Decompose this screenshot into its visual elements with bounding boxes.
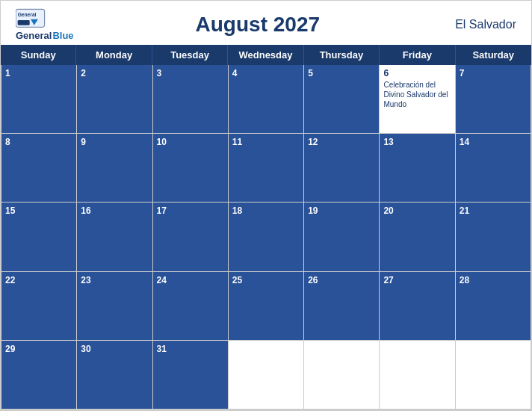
- calendar-cell: 21: [456, 203, 531, 271]
- brand-name-general: General: [16, 31, 52, 40]
- day-number: 27: [383, 275, 451, 285]
- calendar-cell: 19: [304, 203, 380, 271]
- svg-rect-3: [18, 20, 30, 25]
- calendar-cell: 25: [229, 272, 304, 341]
- calendar-cell: 24: [153, 272, 229, 341]
- calendar-cell: [229, 341, 304, 410]
- day-number: 3: [157, 68, 224, 78]
- calendar-cell: 7: [456, 65, 531, 134]
- day-number: 22: [5, 275, 72, 285]
- brand-name-blue: Blue: [52, 31, 73, 40]
- header-wednesday: Wednesday: [228, 45, 303, 65]
- day-number: 5: [308, 68, 375, 78]
- calendar-cell: [456, 341, 531, 410]
- day-number: 13: [383, 137, 451, 147]
- calendar-cell: 8: [1, 134, 77, 203]
- calendar-cell: 23: [77, 272, 152, 341]
- day-number: 24: [157, 275, 224, 285]
- calendar-cell: 30: [77, 341, 152, 410]
- calendar-cell: 2: [77, 65, 152, 134]
- day-number: 1: [5, 68, 72, 78]
- calendar-cell: 26: [304, 272, 380, 341]
- day-number: 7: [460, 68, 527, 78]
- calendar-cell: 5: [304, 65, 380, 134]
- calendar-cell: 18: [229, 203, 304, 271]
- day-number: 29: [5, 344, 72, 354]
- day-number: 2: [81, 68, 148, 78]
- day-number: 19: [308, 206, 375, 216]
- header-friday: Friday: [380, 45, 455, 65]
- day-number: 25: [232, 275, 300, 285]
- day-number: 30: [81, 344, 148, 354]
- day-number: 28: [460, 275, 527, 285]
- day-number: 23: [81, 275, 148, 285]
- day-number: 14: [460, 137, 527, 147]
- calendar-cell: 27: [380, 272, 455, 341]
- header-tuesday: Tuesday: [152, 45, 228, 65]
- calendar-cell: 9: [77, 134, 152, 203]
- calendar-cell: 13: [380, 134, 455, 203]
- day-number: 17: [157, 206, 224, 216]
- day-number: 12: [308, 137, 375, 147]
- calendar-cell: 16: [77, 203, 152, 271]
- calendar-header: General General Blue August 2027 El Salv…: [1, 1, 531, 45]
- calendar-cell: [304, 341, 380, 410]
- event-text: Celebración del Divino Salvador del Mund…: [383, 80, 451, 109]
- calendar-cell: 20: [380, 203, 455, 271]
- header-monday: Monday: [76, 45, 152, 65]
- calendar-cell: 4: [229, 65, 304, 134]
- calendar-cell: 28: [456, 272, 531, 341]
- day-number: 20: [383, 206, 451, 216]
- calendar-cell: 31: [153, 341, 229, 410]
- day-number: 16: [81, 206, 148, 216]
- day-number: 21: [460, 206, 527, 216]
- calendar-cell: 22: [1, 272, 77, 341]
- calendar-cell: [380, 341, 455, 410]
- day-number: 31: [157, 344, 224, 354]
- day-number: 11: [232, 137, 300, 147]
- calendar-cell: 17: [153, 203, 229, 271]
- day-number: 26: [308, 275, 375, 285]
- brand-logo: General General Blue: [16, 8, 74, 40]
- calendar-cell: 14: [456, 134, 531, 203]
- header-sunday: Sunday: [1, 45, 76, 65]
- calendar-cell: 29: [1, 341, 77, 410]
- calendar-cell: 11: [229, 134, 304, 203]
- brand-icon: General: [16, 8, 46, 29]
- header-thursday: Thursday: [304, 45, 380, 65]
- day-number: 9: [81, 137, 148, 147]
- calendar-cell: 10: [153, 134, 229, 203]
- calendar-cell: 12: [304, 134, 380, 203]
- month-year-title: August 2027: [196, 13, 321, 37]
- header-saturday: Saturday: [456, 45, 531, 65]
- day-number: 6: [383, 68, 451, 78]
- calendar-cell: 6Celebración del Divino Salvador del Mun…: [380, 65, 455, 134]
- calendar-cell: 15: [1, 203, 77, 271]
- calendar-cell: 3: [153, 65, 229, 134]
- calendar-cell: 1: [1, 65, 77, 134]
- day-number: 18: [232, 206, 300, 216]
- day-number: 4: [232, 68, 300, 78]
- calendar-container: General General Blue August 2027 El Salv…: [0, 0, 532, 411]
- calendar-grid: 123456Celebración del Divino Salvador de…: [1, 65, 531, 410]
- day-number: 15: [5, 206, 72, 216]
- day-number: 10: [157, 137, 224, 147]
- day-headers-row: Sunday Monday Tuesday Wednesday Thursday…: [1, 45, 531, 65]
- day-number: 8: [5, 137, 72, 147]
- country-name: El Salvador: [442, 18, 516, 31]
- svg-text:General: General: [18, 12, 37, 17]
